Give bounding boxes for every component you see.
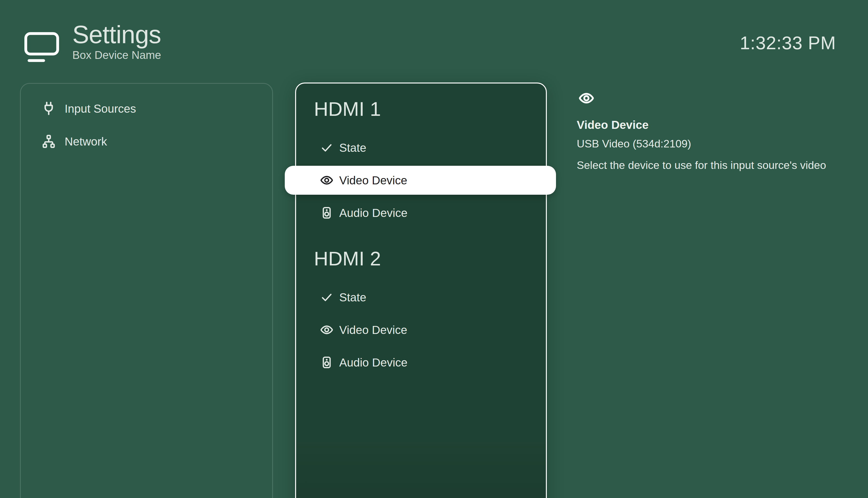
settings-screen: Settings Box Device Name 1:32:33 PM Inpu… (0, 0, 868, 498)
menu-item-label: Video Device (339, 323, 407, 337)
header-titles: Settings Box Device Name (72, 21, 161, 61)
speaker-icon (320, 206, 334, 220)
menu-item-hdmi2-video-device[interactable]: Video Device (296, 315, 546, 344)
sidebar-item-input-sources[interactable]: Input Sources (41, 97, 265, 120)
menu-item-hdmi2-state[interactable]: State (296, 283, 546, 312)
detail-description: Select the device to use for this input … (577, 156, 832, 174)
plug-icon (41, 101, 56, 116)
speaker-icon (320, 356, 334, 369)
menu-item-hdmi1-video-device[interactable]: Video Device (285, 166, 556, 195)
box-device-icon (21, 27, 63, 66)
page-title: Settings (72, 21, 161, 48)
section-title-hdmi-1: HDMI 1 (314, 99, 546, 120)
menu-item-hdmi2-audio-device[interactable]: Audio Device (296, 348, 546, 377)
eye-icon (320, 323, 334, 337)
sidebar-item-label: Input Sources (65, 102, 136, 115)
sidebar-item-label: Network (65, 135, 107, 148)
network-icon (41, 134, 56, 149)
detail-panel: Video Device USB Video (534d:2109) Selec… (577, 90, 832, 174)
check-icon (320, 141, 334, 154)
menu-item-label: State (339, 141, 366, 154)
detail-title: Video Device (577, 118, 832, 132)
menu-item-label: Audio Device (339, 356, 407, 369)
check-icon (320, 290, 334, 304)
sidebar-item-network[interactable]: Network (41, 130, 265, 153)
menu-panel: HDMI 1 State Video Device (295, 82, 547, 498)
section-title-hdmi-2: HDMI 2 (314, 248, 546, 269)
eye-icon (577, 90, 832, 106)
menu-item-hdmi1-state[interactable]: State (296, 133, 546, 162)
sidebar: Input Sources Network (20, 83, 273, 498)
device-name: Box Device Name (72, 49, 161, 61)
menu-item-label: State (339, 291, 366, 304)
eye-icon (320, 173, 334, 187)
detail-value: USB Video (534d:2109) (577, 137, 832, 150)
clock: 1:32:33 PM (740, 34, 836, 52)
menu-item-hdmi1-audio-device[interactable]: Audio Device (296, 198, 546, 227)
menu-item-label: Audio Device (339, 206, 407, 220)
menu-item-label: Video Device (339, 174, 407, 187)
